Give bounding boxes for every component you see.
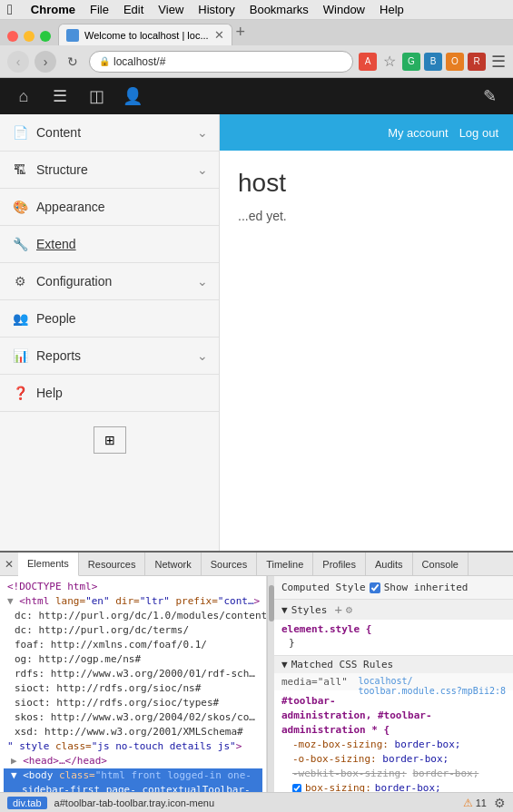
content-header: My account Log out <box>220 114 513 151</box>
star-icon[interactable]: ☆ <box>380 53 399 71</box>
styles-label: Styles <box>291 604 328 616</box>
configuration-expand-icon: ⌄ <box>197 274 208 289</box>
content-icon: 📄 <box>11 123 29 142</box>
home-icon: ⌂ <box>19 87 29 106</box>
adblock-extension-icon[interactable]: A <box>359 53 377 71</box>
extension-red-icon[interactable]: R <box>468 53 486 71</box>
back-icon: ‹ <box>16 54 21 69</box>
html-panel: <!DOCTYPE html> <html lang="en" dir="ltr… <box>0 576 267 792</box>
edit-menu[interactable]: Edit <box>123 3 143 16</box>
css-prop-box-sizing: box-sizing: border-box; <box>281 781 506 792</box>
warning-icon: ⚠ <box>463 797 473 809</box>
chrome-menu[interactable]: Chrome <box>31 3 75 16</box>
styles-section-header: ▼ Styles + ⚙ <box>274 600 513 620</box>
css-panel: Computed Style Show inherited ▼ Styles +… <box>274 576 513 792</box>
html-line-dc2: dc: http://purl.org/dc/terms/ <box>4 623 262 638</box>
html-panel-scrollbar[interactable] <box>267 576 274 792</box>
tab-close-button[interactable]: ✕ <box>214 28 224 42</box>
toolbar-grid-button[interactable]: ◫ <box>80 80 113 113</box>
history-menu[interactable]: History <box>198 3 234 16</box>
pencil-icon: ✎ <box>483 86 497 106</box>
window-menu[interactable]: Window <box>323 3 365 16</box>
show-inherited-container: Show inherited <box>370 582 469 593</box>
devtools-settings-button[interactable]: ⚙ <box>494 796 506 810</box>
bookmarks-menu[interactable]: Bookmarks <box>250 3 309 16</box>
extension-blue-icon[interactable]: B <box>424 53 442 71</box>
minimize-window-button[interactable] <box>24 31 35 42</box>
sidebar-configuration-label: Configuration <box>36 274 190 289</box>
new-tab-button[interactable]: + <box>236 23 246 45</box>
sidebar-item-reports[interactable]: 📊 Reports ⌄ <box>0 338 219 375</box>
thumbnail-toggle-button[interactable]: ⊞ <box>94 426 126 454</box>
forward-icon: › <box>44 54 48 69</box>
traffic-lights <box>7 31 51 45</box>
sidebar-item-people[interactable]: 👥 People <box>0 300 219 338</box>
computed-style-label[interactable]: Computed Style <box>281 582 366 593</box>
refresh-button[interactable]: ↻ <box>62 51 84 73</box>
tab-favicon-icon <box>66 29 79 42</box>
css-prop-webkit-box-sizing: -webkit-box-sizing: border-box; <box>281 767 506 781</box>
add-style-button[interactable]: + <box>334 602 341 617</box>
tab-profiles[interactable]: Profiles <box>313 553 366 576</box>
url-bar[interactable]: 🔒 localhost/# <box>89 51 353 73</box>
devtools-close-button[interactable]: ✕ <box>0 553 18 576</box>
lock-icon: 🔒 <box>99 56 110 66</box>
css-settings-button[interactable]: ⚙ <box>346 603 352 616</box>
element-path-label: a#toolbar-tab-toolbar.tray.icon-menu <box>54 797 215 808</box>
log-out-link[interactable]: Log out <box>459 126 498 140</box>
browser-tab[interactable]: Welcome to localhost | loc... ✕ <box>58 24 232 45</box>
tab-resources[interactable]: Resources <box>79 553 146 576</box>
html-panel-scrollbar-thumb[interactable] <box>269 585 274 621</box>
my-account-link[interactable]: My account <box>388 126 448 140</box>
tab-audits[interactable]: Audits <box>366 553 413 576</box>
tab-console[interactable]: Console <box>413 553 469 576</box>
toolbar-user-button[interactable]: 👤 <box>116 80 149 113</box>
element-tag-label[interactable]: div.tab <box>7 797 47 809</box>
html-line-head[interactable]: <head>…</head> <box>4 754 262 768</box>
content-title: host <box>238 169 495 198</box>
toolbar-menu-button[interactable]: ☰ <box>44 80 76 113</box>
help-menu[interactable]: Help <box>380 3 404 16</box>
extension-green-icon[interactable]: G <box>402 53 420 71</box>
show-inherited-checkbox[interactable] <box>370 582 380 593</box>
tab-sources[interactable]: Sources <box>202 553 257 576</box>
html-line-body[interactable]: <body class="html front logged-in one- <box>4 768 262 783</box>
sidebar-item-content[interactable]: 📄 Content ⌄ <box>0 114 219 152</box>
toolbar-home-button[interactable]: ⌂ <box>7 80 40 113</box>
reports-expand-icon: ⌄ <box>197 348 208 363</box>
sidebar-item-configuration[interactable]: ⚙ Configuration ⌄ <box>0 263 219 300</box>
toolbar-edit-button[interactable]: ✎ <box>473 80 506 113</box>
tab-timeline[interactable]: Timeline <box>257 553 313 576</box>
sidebar: 📄 Content ⌄ 🏗 Structure ⌄ 🎨 Appearance 🔧… <box>0 114 220 551</box>
matched-css-header: ▼ Matched CSS Rules <box>274 656 513 673</box>
thumbnail-icon: ⊞ <box>104 433 115 447</box>
grid-icon: ◫ <box>89 86 104 106</box>
html-line-xsd: xsd: http://www.w3.org/2001/XMLSchema# <box>4 725 262 739</box>
close-window-button[interactable] <box>7 31 18 42</box>
sidebar-item-extend[interactable]: 🔧 Extend <box>0 226 219 263</box>
source-link-1[interactable]: localhost/toolbar.module.css?mpBii2:8 <box>358 676 506 696</box>
sidebar-reports-label: Reports <box>36 348 190 363</box>
view-menu[interactable]: View <box>158 3 183 16</box>
html-line-foaf: foaf: http://xmlns.com/foaf/0.1/ <box>4 638 262 652</box>
box-sizing-checkbox[interactable] <box>292 784 301 792</box>
extension-orange-icon[interactable]: O <box>446 53 464 71</box>
sidebar-item-structure[interactable]: 🏗 Structure ⌄ <box>0 152 219 189</box>
sidebar-item-appearance[interactable]: 🎨 Appearance <box>0 189 219 226</box>
html-line-html[interactable]: <html lang="en" dir="ltr" prefix="cont…> <box>4 594 262 609</box>
forward-button[interactable]: › <box>35 51 56 73</box>
hamburger-menu-button[interactable]: ☰ <box>491 52 506 72</box>
content-text: ...ed yet. <box>238 209 495 223</box>
back-button[interactable]: ‹ <box>7 51 29 73</box>
element-style-selector: element.style { <box>281 623 371 635</box>
file-menu[interactable]: File <box>90 3 109 16</box>
matched-css-section: ▼ Matched CSS Rules media="all" localhos… <box>274 656 513 792</box>
maximize-window-button[interactable] <box>40 31 51 42</box>
tab-network[interactable]: Network <box>145 553 201 576</box>
sidebar-item-help[interactable]: ❓ Help <box>0 375 219 412</box>
content-area: My account Log out host ...ed yet. <box>220 114 513 551</box>
menu-icon: ☰ <box>53 86 67 106</box>
sidebar-appearance-label: Appearance <box>36 200 208 214</box>
tab-elements[interactable]: Elements <box>18 553 79 576</box>
apple-menu[interactable]:  <box>7 2 13 18</box>
